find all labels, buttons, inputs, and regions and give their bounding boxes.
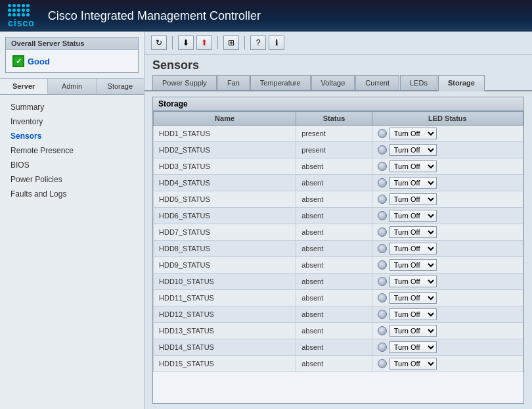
led-select[interactable]: Turn OffTurn On xyxy=(389,308,437,320)
led-select[interactable]: Turn OffTurn On xyxy=(389,259,437,271)
upload-button[interactable]: ⬆ xyxy=(196,36,212,50)
hdd-name-cell: HDD14_STATUS xyxy=(154,339,296,356)
help-button[interactable]: ? xyxy=(250,36,266,50)
cisco-logo: cisco xyxy=(8,4,35,28)
led-select[interactable]: Turn OffTurn On xyxy=(389,128,437,139)
status-check-icon: ✓ xyxy=(12,55,24,67)
led-indicator-icon xyxy=(378,277,387,286)
hdd-name-cell: HDD2_STATUS xyxy=(154,142,296,158)
hdd-name-cell: HDD5_STATUS xyxy=(154,191,296,208)
download-button[interactable]: ⬇ xyxy=(178,36,194,50)
hdd-led-cell: Turn OffTurn On xyxy=(372,290,523,306)
led-indicator-icon xyxy=(378,310,387,319)
grid-button[interactable]: ⊞ xyxy=(223,36,239,50)
tab-voltage[interactable]: Voltage xyxy=(311,75,355,90)
hdd-status-cell: absent xyxy=(296,257,372,274)
led-select[interactable]: Turn OffTurn On xyxy=(389,210,437,222)
toolbar-separator-3 xyxy=(244,36,245,49)
hdd-status-cell: absent xyxy=(296,290,372,306)
tab-storage[interactable]: Storage xyxy=(438,75,485,91)
hdd-name-cell: HDD12_STATUS xyxy=(154,306,296,323)
hdd-status-cell: absent xyxy=(296,175,372,191)
led-select[interactable]: Turn OffTurn On xyxy=(389,243,437,254)
info-button[interactable]: ℹ xyxy=(269,36,284,50)
table-row: HDD7_STATUSabsentTurn OffTurn On xyxy=(154,224,523,241)
led-select[interactable]: Turn OffTurn On xyxy=(389,358,437,370)
table-row: HDD6_STATUSabsentTurn OffTurn On xyxy=(154,208,523,224)
led-select[interactable]: Turn OffTurn On xyxy=(389,341,437,353)
led-indicator-icon xyxy=(378,359,387,368)
led-indicator-icon xyxy=(378,260,387,270)
tab-leds[interactable]: LEDs xyxy=(400,75,437,90)
hdd-status-cell: present xyxy=(296,126,372,142)
hdd-name-cell: HDD4_STATUS xyxy=(154,175,296,191)
hdd-led-cell: Turn OffTurn On xyxy=(372,356,523,372)
storage-group: Storage Name Status LED Status HDD1_STAT… xyxy=(152,97,524,404)
led-indicator-icon xyxy=(378,228,387,237)
nav-item-bios[interactable]: BIOS xyxy=(0,158,144,172)
app-title: Cisco Integrated Management Controller xyxy=(48,9,261,23)
sidebar-tab-server[interactable]: Server xyxy=(0,78,48,94)
table-body: HDD1_STATUSpresentTurn OffTurn OnHDD2_ST… xyxy=(154,126,523,372)
hdd-status-cell: absent xyxy=(296,224,372,241)
table-row: HDD11_STATUSabsentTurn OffTurn On xyxy=(154,290,523,306)
toolbar-separator-2 xyxy=(217,36,218,49)
led-indicator-icon xyxy=(378,129,387,138)
hdd-led-cell: Turn OffTurn On xyxy=(372,339,523,356)
led-indicator-icon xyxy=(378,162,387,171)
hdd-led-cell: Turn OffTurn On xyxy=(372,126,523,142)
sidebar-tab-storage[interactable]: Storage xyxy=(97,78,144,94)
nav-item-sensors[interactable]: Sensors xyxy=(0,129,144,143)
table-row: HDD13_STATUSabsentTurn OffTurn On xyxy=(154,323,523,339)
hdd-led-cell: Turn OffTurn On xyxy=(372,323,523,339)
nav-item-faults-logs[interactable]: Faults and Logs xyxy=(0,187,144,201)
hdd-led-cell: Turn OffTurn On xyxy=(372,142,523,158)
hdd-name-cell: HDD11_STATUS xyxy=(154,290,296,306)
led-select[interactable]: Turn OffTurn On xyxy=(389,160,437,172)
led-select[interactable]: Turn OffTurn On xyxy=(389,325,437,337)
nav-item-summary[interactable]: Summary xyxy=(0,100,144,114)
led-select[interactable]: Turn OffTurn On xyxy=(389,276,437,287)
tab-power-supply[interactable]: Power Supply xyxy=(152,75,217,90)
hdd-led-cell: Turn OffTurn On xyxy=(372,257,523,274)
table-scroll[interactable]: Name Status LED Status HDD1_STATUSpresen… xyxy=(153,111,523,403)
led-indicator-icon xyxy=(378,244,387,253)
nav-item-remote-presence[interactable]: Remote Presence xyxy=(0,143,144,158)
hdd-led-cell: Turn OffTurn On xyxy=(372,191,523,208)
sidebar-tab-admin[interactable]: Admin xyxy=(48,78,96,94)
led-select[interactable]: Turn OffTurn On xyxy=(389,226,437,238)
led-select[interactable]: Turn OffTurn On xyxy=(389,292,437,304)
led-select[interactable]: Turn OffTurn On xyxy=(389,177,437,189)
hdd-name-cell: HDD15_STATUS xyxy=(154,356,296,372)
nav-item-inventory[interactable]: Inventory xyxy=(0,114,144,129)
hdd-name-cell: HDD13_STATUS xyxy=(154,323,296,339)
hdd-led-cell: Turn OffTurn On xyxy=(372,241,523,257)
tab-fan[interactable]: Fan xyxy=(217,75,250,90)
table-row: HDD9_STATUSabsentTurn OffTurn On xyxy=(154,257,523,274)
refresh-button[interactable]: ↻ xyxy=(151,36,167,50)
led-indicator-icon xyxy=(378,343,387,352)
nav-item-power-policies[interactable]: Power Policies xyxy=(0,172,144,187)
hdd-led-cell: Turn OffTurn On xyxy=(372,158,523,175)
col-header-name: Name xyxy=(154,112,296,126)
hdd-led-cell: Turn OffTurn On xyxy=(372,208,523,224)
hdd-status-cell: absent xyxy=(296,339,372,356)
table-row: HDD3_STATUSabsentTurn OffTurn On xyxy=(154,158,523,175)
status-good-label: Good xyxy=(28,57,50,66)
hdd-led-cell: Turn OffTurn On xyxy=(372,306,523,323)
led-indicator-icon xyxy=(378,293,387,302)
led-select[interactable]: Turn OffTurn On xyxy=(389,144,437,156)
tab-temperature[interactable]: Temperature xyxy=(250,75,311,90)
led-select[interactable]: Turn OffTurn On xyxy=(389,193,437,205)
sidebar-tabs: Server Admin Storage xyxy=(0,78,144,95)
table-row: HDD10_STATUSabsentTurn OffTurn On xyxy=(154,274,523,290)
server-status-title: Overall Server Status xyxy=(6,37,138,50)
col-header-status: Status xyxy=(296,112,372,126)
hdd-status-cell: absent xyxy=(296,241,372,257)
hdd-name-cell: HDD6_STATUS xyxy=(154,208,296,224)
sidebar-nav: Summary Inventory Sensors Remote Presenc… xyxy=(0,95,144,206)
storage-area: Storage Name Status LED Status HDD1_STAT… xyxy=(144,91,532,409)
tab-current[interactable]: Current xyxy=(355,75,399,90)
sidebar: Overall Server Status ✓ Good Server Admi… xyxy=(0,32,144,409)
content-area: ↻ ⬇ ⬆ ⊞ ? ℹ Sensors Power Supply Fan Tem… xyxy=(144,32,532,409)
